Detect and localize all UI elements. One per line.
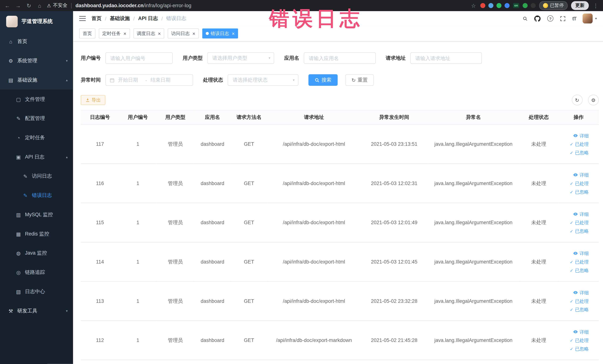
update-button[interactable]: 更新	[571, 1, 589, 10]
sidebar-item-8[interactable]: ✎错误日志	[0, 186, 73, 205]
sidebar-item-2[interactable]: ▤基础设施▴	[0, 70, 73, 90]
sidebar-item-0[interactable]: ⌂首页	[0, 32, 73, 51]
cell: 未处理	[519, 164, 558, 203]
processed-link[interactable]: ✓已处理	[558, 180, 589, 187]
sidebar-item-6[interactable]: ▣API 日志▴	[0, 147, 73, 167]
detail-link[interactable]: 详细	[558, 250, 589, 257]
back-icon[interactable]: ←	[4, 2, 11, 9]
ignored-link[interactable]: ✓已忽略	[558, 306, 589, 313]
refresh-button[interactable]: ↻	[572, 94, 582, 105]
log-center-icon: ▧	[15, 289, 22, 294]
more-menu-icon[interactable]: ⋮	[592, 2, 599, 9]
process-status-select[interactable]: 请选择处理状态 ▾	[228, 74, 299, 86]
close-icon[interactable]: ×	[192, 31, 195, 36]
sidebar-item-11[interactable]: ◍Java 监控	[0, 244, 73, 263]
address-bar[interactable]: dashboard.yudao.iocoder.cn/infra/log/api…	[75, 3, 466, 9]
fullscreen-icon[interactable]	[560, 16, 566, 21]
font-size-icon[interactable]: tT	[572, 16, 576, 21]
github-icon[interactable]	[534, 15, 541, 22]
paused-extension-badge[interactable]: 已暂停	[539, 1, 568, 10]
exception-time-range[interactable]: 开始日期 - 结束日期	[105, 74, 193, 86]
row-action-label: 详细	[580, 289, 589, 296]
extension-icon-1[interactable]	[488, 3, 493, 8]
sidebar-item-5[interactable]: ◔定时任务	[0, 128, 73, 147]
hamburger-icon[interactable]	[79, 16, 86, 21]
sidebar-item-12[interactable]: ◎链路追踪	[0, 263, 73, 282]
sidebar-item-4[interactable]: ✎配置管理	[0, 109, 73, 128]
sidebar-item-1[interactable]: ⚙系统管理▾	[0, 51, 73, 70]
detail-link[interactable]: 详细	[558, 132, 589, 139]
check-icon: ✓	[570, 219, 573, 226]
column-header-3: 应用名	[194, 110, 231, 124]
ignored-link[interactable]: ✓已忽略	[558, 149, 589, 156]
logo[interactable]: 芋道管理系统	[0, 11, 73, 32]
user-menu[interactable]: ▾	[583, 13, 597, 23]
breadcrumb-infra[interactable]: 基础设施	[110, 15, 130, 22]
eye-icon	[573, 251, 578, 256]
tab-1[interactable]: 定时任务×	[99, 29, 130, 39]
detail-link[interactable]: 详细	[558, 171, 589, 178]
extension-on-badge[interactable]: on	[513, 3, 519, 8]
sidebar-item-9[interactable]: ▥MySQL 监控	[0, 205, 73, 224]
cell: 管理员	[156, 282, 194, 321]
column-settings-button[interactable]: ⚙	[588, 94, 599, 105]
tab-3[interactable]: 访问日志×	[168, 29, 199, 39]
help-icon[interactable]: ?	[547, 15, 554, 22]
reload-icon[interactable]: ↻	[25, 2, 32, 9]
breadcrumb-home[interactable]: 首页	[92, 15, 102, 22]
forward-icon[interactable]: →	[15, 2, 22, 9]
tab-0[interactable]: 首页	[79, 29, 95, 39]
request-url-input[interactable]	[410, 52, 482, 64]
sidebar-item-label: 配置管理	[25, 115, 45, 122]
ignored-link[interactable]: ✓已忽略	[558, 227, 589, 234]
processed-link[interactable]: ✓已处理	[558, 298, 589, 305]
sidebar-item-3[interactable]: ▢文件管理	[0, 90, 73, 109]
processed-link[interactable]: ✓已处理	[558, 141, 589, 147]
export-button[interactable]: 导出	[81, 95, 105, 105]
sidebar-item-14[interactable]: ⚒研发工具▾	[0, 301, 73, 320]
security-warning[interactable]: ⚠ 不安全	[47, 2, 68, 9]
detail-link[interactable]: 详细	[558, 289, 589, 296]
detail-link[interactable]: 详细	[558, 211, 589, 218]
cell: /api/infra/db-doc/export-html	[267, 203, 361, 242]
search-button[interactable]: 搜索	[308, 74, 338, 86]
column-header-0: 日志编号	[81, 110, 119, 124]
ignored-link[interactable]: ✓已忽略	[558, 188, 589, 195]
extension-icon-5[interactable]	[531, 3, 536, 8]
sidebar-item-7[interactable]: ✎访问日志	[0, 166, 73, 186]
tab-4[interactable]: 错误日志×	[202, 29, 238, 39]
app-name-input[interactable]	[304, 52, 376, 64]
doc-edit-icon: ✎	[22, 192, 28, 198]
tabs-bar: 首页定时任务×调度日志×访问日志×错误日志×	[73, 26, 603, 42]
row-action-label: 已处理	[575, 337, 589, 344]
search-button-label: 搜索	[321, 77, 331, 83]
extension-icon-0[interactable]	[480, 3, 486, 8]
sidebar-item-13[interactable]: ▧日志中心	[0, 282, 73, 301]
ignored-link[interactable]: ✓已忽略	[558, 267, 589, 274]
processed-link[interactable]: ✓已处理	[558, 258, 589, 265]
reset-button[interactable]: ↻ 重置	[345, 74, 374, 86]
extension-icon-4[interactable]	[522, 3, 528, 8]
user-type-select[interactable]: 请选择用户类型 ▾	[207, 52, 274, 64]
processed-link[interactable]: ✓已处理	[558, 219, 589, 226]
ignored-link[interactable]: ✓已忽略	[558, 345, 589, 352]
cell: dashboard	[194, 242, 231, 282]
table-row: 1131管理员dashboardGET/api/infra/db-doc/exp…	[81, 282, 599, 321]
breadcrumb-api-log[interactable]: API 日志	[138, 15, 158, 22]
row-action-label: 已忽略	[575, 149, 589, 156]
cell: 2021-05-03 12:01:45	[361, 242, 428, 282]
cell: 1	[119, 203, 156, 242]
browser-home-icon[interactable]: ⌂	[36, 2, 43, 9]
close-icon[interactable]: ×	[232, 31, 235, 36]
extension-icon-2[interactable]	[497, 3, 502, 8]
user-id-input[interactable]	[105, 52, 173, 64]
close-icon[interactable]: ×	[123, 31, 127, 36]
sidebar-item-10[interactable]: ▦Redis 监控	[0, 224, 73, 244]
close-icon[interactable]: ×	[158, 31, 161, 36]
tab-2[interactable]: 调度日志×	[133, 29, 164, 39]
extension-icon-3[interactable]	[505, 3, 510, 8]
star-icon[interactable]: ☆	[470, 2, 477, 9]
processed-link[interactable]: ✓已处理	[558, 337, 589, 344]
search-icon[interactable]	[523, 16, 528, 21]
detail-link[interactable]: 详细	[558, 329, 589, 335]
